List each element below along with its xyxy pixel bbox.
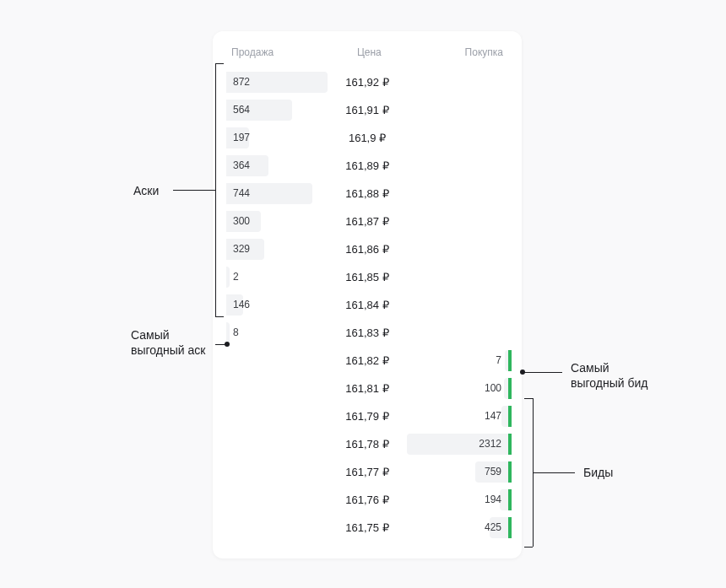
bracket-bids-cap <box>524 547 533 548</box>
price-label: 161,82 ₽ <box>328 354 407 367</box>
sell-empty-cell <box>226 434 328 455</box>
bracket-asks-stem <box>173 190 215 191</box>
bid-volume-label: 100 <box>485 378 501 399</box>
sell-empty-cell <box>226 378 328 399</box>
buy-empty-cell <box>407 183 508 204</box>
bid-volume-label: 759 <box>485 461 501 483</box>
orderbook-header: Продажа Цена Покупка <box>226 46 508 58</box>
sell-empty-cell <box>226 406 328 427</box>
annotation-best-bid-line2: выгодный бид <box>571 376 647 390</box>
bid-volume-label: 194 <box>485 489 501 510</box>
price-label: 161,92 ₽ <box>328 76 407 89</box>
ask-row: 872161,92 ₽ <box>226 68 508 96</box>
buy-empty-cell <box>407 127 508 148</box>
ask-volume-label: 364 <box>233 155 250 176</box>
bid-volume-cell: 2312 <box>407 434 508 455</box>
bracket-bids-cap <box>524 398 533 399</box>
buy-empty-cell <box>407 155 508 176</box>
annotation-best-bid-line1: Самый <box>571 361 610 375</box>
ask-volume-label: 329 <box>233 239 250 260</box>
ask-volume-cell: 744 <box>226 183 328 204</box>
ask-row: 2161,85 ₽ <box>226 263 508 291</box>
price-label: 161,77 ₽ <box>328 466 407 478</box>
ask-volume-label: 197 <box>233 127 250 148</box>
bid-row: 161,77 ₽759 <box>226 458 508 486</box>
bid-volume-cell: 147 <box>407 406 508 427</box>
price-label: 161,9 ₽ <box>328 132 407 144</box>
ask-row: 364161,89 ₽ <box>226 152 508 180</box>
price-label: 161,87 ₽ <box>328 215 407 228</box>
bracket-asks <box>215 63 216 316</box>
ask-volume-cell: 197 <box>226 127 328 148</box>
buy-empty-cell <box>407 239 508 260</box>
buy-empty-cell <box>407 72 508 93</box>
bracket-asks-cap <box>215 63 224 64</box>
ask-volume-cell: 146 <box>226 294 328 316</box>
ask-row: 8161,83 ₽ <box>226 319 508 347</box>
bid-side-marker <box>508 489 512 510</box>
header-sell: Продажа <box>231 46 274 58</box>
ask-row: 329161,86 ₽ <box>226 235 508 263</box>
bid-side-marker <box>508 517 512 538</box>
bid-volume-cell: 7 <box>407 350 508 371</box>
price-label: 161,83 ₽ <box>328 326 407 339</box>
price-label: 161,78 ₽ <box>328 438 407 450</box>
ask-volume-cell: 300 <box>226 211 328 232</box>
bid-side-marker <box>508 406 512 427</box>
ask-volume-cell: 8 <box>226 322 328 343</box>
price-label: 161,88 ₽ <box>328 187 407 200</box>
bid-side-marker <box>508 350 512 371</box>
bid-row: 161,75 ₽425 <box>226 514 508 542</box>
price-label: 161,89 ₽ <box>328 159 407 172</box>
ask-volume-label: 564 <box>233 100 250 121</box>
header-buy: Покупка <box>465 46 503 58</box>
price-label: 161,84 ₽ <box>328 299 407 311</box>
price-label: 161,86 ₽ <box>328 243 407 256</box>
sell-empty-cell <box>226 489 328 510</box>
price-label: 161,85 ₽ <box>328 271 407 283</box>
buy-empty-cell <box>407 267 508 288</box>
dot-best-ask <box>225 342 230 347</box>
pointer-best-bid <box>523 372 562 373</box>
ask-row: 146161,84 ₽ <box>226 291 508 319</box>
ask-row: 300161,87 ₽ <box>226 208 508 235</box>
ask-volume-cell: 564 <box>226 100 328 121</box>
price-label: 161,76 ₽ <box>328 494 407 506</box>
bid-volume-bar <box>501 406 508 427</box>
bid-volume-cell: 425 <box>407 517 508 538</box>
bid-row: 161,76 ₽194 <box>226 486 508 514</box>
bid-row: 161,79 ₽147 <box>226 402 508 430</box>
price-label: 161,75 ₽ <box>328 521 407 534</box>
annotation-best-ask-line2: выгодный аск <box>131 343 205 357</box>
bid-side-marker <box>508 378 512 399</box>
ask-volume-label: 872 <box>233 72 250 93</box>
ask-volume-label: 146 <box>233 294 250 316</box>
bid-volume-label: 2312 <box>479 434 501 455</box>
ask-volume-bar <box>226 267 230 288</box>
bid-row: 161,81 ₽100 <box>226 375 508 402</box>
ask-volume-cell: 872 <box>226 72 328 93</box>
ask-volume-label: 8 <box>233 322 239 343</box>
bid-side-marker <box>508 461 512 483</box>
orderbook-rows: 872161,92 ₽564161,91 ₽197161,9 ₽364161,8… <box>226 68 508 542</box>
ask-volume-label: 300 <box>233 211 250 232</box>
bid-volume-cell: 100 <box>407 378 508 399</box>
buy-empty-cell <box>407 100 508 121</box>
annotation-best-ask-line1: Самый <box>131 328 170 342</box>
bid-volume-label: 7 <box>496 350 501 371</box>
price-label: 161,91 ₽ <box>328 104 407 116</box>
ask-row: 564161,91 ₽ <box>226 96 508 124</box>
bid-volume-label: 425 <box>485 517 501 538</box>
bid-volume-cell: 759 <box>407 461 508 483</box>
ask-row: 197161,9 ₽ <box>226 124 508 152</box>
header-price: Цена <box>357 46 382 58</box>
bid-row: 161,78 ₽2312 <box>226 430 508 458</box>
bid-volume-label: 147 <box>485 406 501 427</box>
buy-empty-cell <box>407 322 508 343</box>
ask-volume-cell: 329 <box>226 239 328 260</box>
annotation-bids: Биды <box>583 466 613 479</box>
ask-volume-cell: 364 <box>226 155 328 176</box>
sell-empty-cell <box>226 461 328 483</box>
ask-volume-cell: 2 <box>226 267 328 288</box>
orderbook-card: Продажа Цена Покупка 872161,92 ₽564161,9… <box>213 31 522 558</box>
